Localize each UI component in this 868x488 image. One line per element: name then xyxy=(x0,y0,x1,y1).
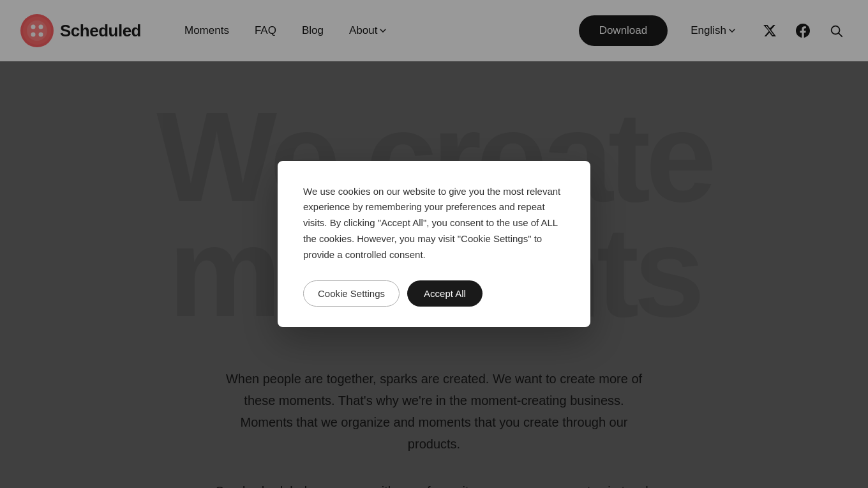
cookie-body-text: We use cookies on our website to give yo… xyxy=(303,184,565,263)
cookie-settings-button[interactable]: Cookie Settings xyxy=(303,280,400,307)
cookie-overlay: We use cookies on our website to give yo… xyxy=(0,0,868,488)
accept-all-button[interactable]: Accept All xyxy=(407,280,483,307)
cookie-buttons: Cookie Settings Accept All xyxy=(303,280,565,307)
cookie-modal: We use cookies on our website to give yo… xyxy=(278,161,590,328)
